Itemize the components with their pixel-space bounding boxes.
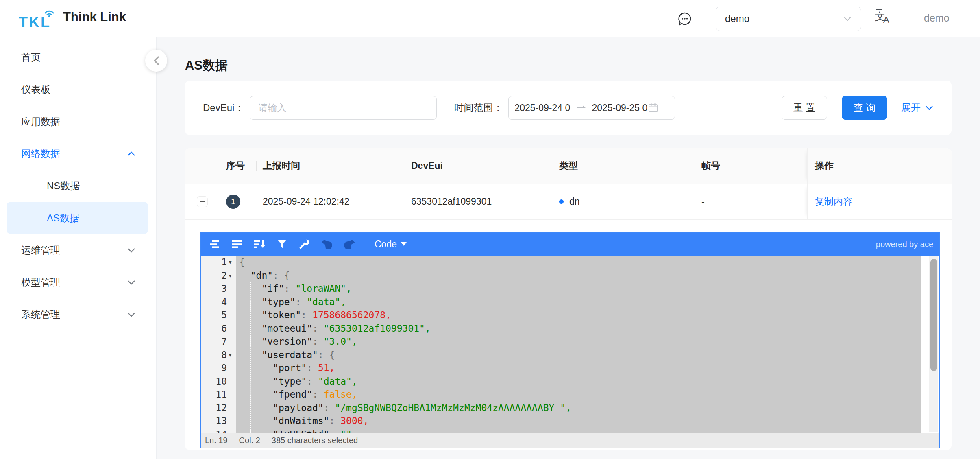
sidebar-item-dashboard[interactable]: 仪表板 bbox=[0, 73, 156, 105]
fold-arrow-icon[interactable]: ▾ bbox=[227, 269, 233, 282]
json-editor: Code powered by ace 1▾2▾345678▾910111213… bbox=[200, 232, 940, 448]
gutter-line-number: 7 bbox=[201, 335, 236, 348]
indent-guide bbox=[262, 361, 262, 433]
lang-en-glyph: A bbox=[883, 15, 889, 25]
page-title: AS数据 bbox=[185, 57, 228, 74]
query-button[interactable]: 查 询 bbox=[842, 96, 887, 120]
arrow-right-icon bbox=[576, 105, 587, 111]
expand-column-header bbox=[185, 148, 220, 184]
code-line: { bbox=[236, 256, 939, 269]
sidebar-item-model-mgmt[interactable]: 模型管理 bbox=[0, 266, 156, 298]
collapse-row-button[interactable] bbox=[197, 196, 208, 207]
editor-gutter: 1▾2▾345678▾91011121314 bbox=[201, 256, 236, 433]
username[interactable]: demo bbox=[924, 12, 950, 24]
filter-transform-icon[interactable] bbox=[276, 238, 288, 250]
gutter-line-number: 9 bbox=[201, 361, 236, 375]
gutter-line-number: 5 bbox=[201, 308, 236, 322]
sidebar-item-ops-mgmt[interactable]: 运维管理 bbox=[0, 234, 156, 266]
calendar-icon bbox=[648, 103, 658, 113]
chevron-down-icon bbox=[127, 312, 136, 317]
sidebar-item-app-data[interactable]: 应用数据 bbox=[0, 105, 156, 138]
type-status-dot bbox=[559, 199, 564, 204]
sidebar-item-ns-data[interactable]: NS数据 bbox=[0, 170, 156, 202]
sort-icon[interactable] bbox=[254, 238, 266, 250]
chevron-left-icon bbox=[153, 56, 159, 66]
row-frame: - bbox=[695, 184, 807, 219]
app-title: Think Link bbox=[63, 10, 126, 24]
redo-icon[interactable] bbox=[343, 238, 355, 250]
message-icon[interactable] bbox=[677, 11, 693, 27]
row-index-badge: 1 bbox=[226, 195, 240, 209]
caret-down-icon bbox=[401, 242, 407, 246]
copy-content-link[interactable]: 复制内容 bbox=[815, 195, 852, 208]
sidebar-item-home[interactable]: 首页 bbox=[0, 41, 156, 73]
repair-wrench-icon[interactable] bbox=[298, 238, 311, 250]
row-report-time: 2025-09-24 12:02:42 bbox=[256, 184, 405, 219]
code-line: "userdata": { bbox=[236, 348, 939, 362]
code-line: "dnWaitms": 3000, bbox=[236, 414, 939, 428]
sidebar-item-label: 仪表板 bbox=[21, 83, 50, 96]
expand-filters-label: 展开 bbox=[901, 101, 921, 114]
status-selection: 385 characters selected bbox=[272, 436, 358, 445]
editor-code-area[interactable]: 1▾2▾345678▾91011121314 { "dn": { "if": "… bbox=[201, 256, 939, 433]
workspace-select[interactable]: demo bbox=[716, 7, 861, 31]
compact-icon[interactable] bbox=[231, 238, 244, 250]
main-content: AS数据 DevEui： 时间范围： 2025-09-24 0 2025-09-… bbox=[157, 37, 980, 459]
gutter-line-number: 12 bbox=[201, 401, 236, 415]
editor-code-lines: { "dn": { "if": "loraWAN", "type": "data… bbox=[236, 256, 939, 433]
gutter-line-number: 10 bbox=[201, 375, 236, 388]
sidebar-item-system-mgmt[interactable]: 系统管理 bbox=[0, 298, 156, 330]
workspace-select-value: demo bbox=[725, 13, 749, 24]
status-col: Col: 2 bbox=[239, 436, 260, 445]
data-table: 序号 上报时间 DevEui 类型 帧号 操作 1 2025-09-24 12:… bbox=[185, 148, 952, 450]
app-header: TKL Think Link demo 文 A demo bbox=[0, 0, 980, 37]
json-editor-toolbar: Code powered by ace bbox=[201, 233, 939, 256]
editor-mode-dropdown[interactable]: Code bbox=[375, 239, 407, 250]
date-start-value[interactable]: 2025-09-24 0 bbox=[514, 103, 576, 114]
editor-scrollbar-thumb[interactable] bbox=[930, 259, 937, 371]
sidebar-item-label: 系统管理 bbox=[21, 308, 60, 321]
date-range-picker[interactable]: 2025-09-24 0 2025-09-25 0 bbox=[508, 96, 675, 120]
language-switch-icon[interactable]: 文 A bbox=[875, 10, 895, 28]
fold-arrow-icon[interactable]: ▾ bbox=[227, 348, 233, 362]
code-line: "fpend": false, bbox=[236, 388, 939, 401]
sidebar-collapse-button[interactable] bbox=[145, 50, 167, 72]
powered-by-ace-link[interactable]: powered by ace bbox=[876, 240, 933, 249]
column-header-type: 类型 bbox=[553, 148, 695, 184]
gutter-line-number: 1▾ bbox=[201, 256, 236, 269]
format-icon[interactable] bbox=[209, 238, 221, 250]
column-header-report-time: 上报时间 bbox=[256, 148, 405, 184]
gutter-line-number: 4 bbox=[201, 295, 236, 309]
sidebar-item-label: 应用数据 bbox=[21, 115, 60, 128]
chevron-down-icon bbox=[925, 105, 934, 111]
chevron-down-icon bbox=[843, 16, 852, 22]
deveui-input[interactable] bbox=[250, 96, 437, 120]
code-line: "if": "loraWAN", bbox=[236, 282, 939, 295]
expand-filters-link[interactable]: 展开 bbox=[901, 101, 934, 114]
column-header-deveui: DevEui bbox=[405, 148, 553, 184]
code-line: "moteeui": "6353012af1099301", bbox=[236, 322, 939, 335]
undo-icon[interactable] bbox=[321, 238, 333, 250]
sidebar-item-as-data[interactable]: AS数据 bbox=[7, 202, 148, 234]
sidebar-item-label: 模型管理 bbox=[21, 276, 60, 289]
chevron-down-icon bbox=[127, 280, 136, 285]
row-type-value: dn bbox=[569, 196, 580, 207]
code-line: "TxHFSthd": "" bbox=[236, 428, 939, 433]
date-end-value[interactable]: 2025-09-25 0 bbox=[592, 103, 648, 114]
gutter-line-number: 13 bbox=[201, 414, 236, 428]
app-logo: TKL bbox=[19, 8, 58, 31]
sidebar-item-label: 首页 bbox=[21, 51, 41, 64]
reset-button[interactable]: 重 置 bbox=[782, 96, 827, 120]
sidebar-item-network-data[interactable]: 网络数据 bbox=[0, 138, 156, 170]
gutter-line-number: 14 bbox=[201, 428, 236, 433]
deveui-label: DevEui： bbox=[203, 101, 244, 114]
gutter-line-number: 2▾ bbox=[201, 269, 236, 282]
fold-arrow-icon[interactable]: ▾ bbox=[227, 256, 233, 269]
indent-guide bbox=[250, 282, 251, 433]
code-line: "payload": "/mgSBgNWBQZoHBA1MzMzMzMzM04z… bbox=[236, 401, 939, 415]
chevron-down-icon bbox=[127, 247, 136, 253]
editor-scrollbar-track[interactable] bbox=[929, 256, 938, 432]
editor-status-bar: Ln: 19 Col: 2 385 characters selected bbox=[201, 433, 939, 448]
table-header-row: 序号 上报时间 DevEui 类型 帧号 操作 bbox=[185, 148, 952, 184]
table-row: 1 2025-09-24 12:02:42 6353012af1099301 d… bbox=[185, 184, 952, 220]
